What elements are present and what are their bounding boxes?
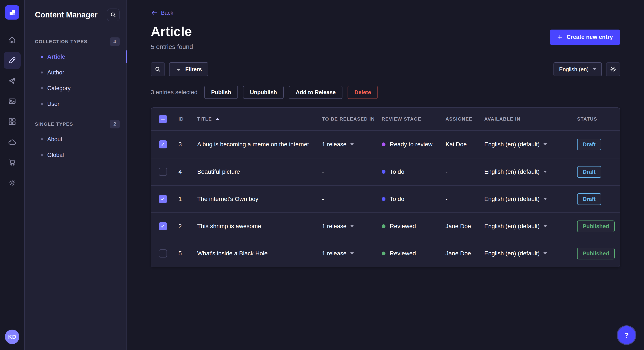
sidebar-item-author[interactable]: Author	[35, 65, 120, 80]
entries-count: 5 entries found	[151, 43, 193, 50]
locale-select[interactable]: English (en)	[554, 62, 602, 76]
strapi-logo-glyph	[8, 8, 16, 16]
table-row[interactable]: 1 The internet's Own boy - To do - Engli…	[151, 185, 620, 212]
sidebar-item-label: Article	[47, 54, 65, 60]
bullet-icon	[41, 87, 43, 89]
content-type-builder-icon[interactable]	[4, 113, 21, 130]
search-icon	[154, 66, 161, 72]
delete-button[interactable]: Delete	[348, 86, 378, 99]
strapi-logo[interactable]	[5, 5, 20, 19]
row-locale-dropdown[interactable]: English (en) (default)	[484, 169, 577, 175]
help-button[interactable]: ?	[618, 326, 636, 344]
row-checkbox[interactable]	[159, 168, 167, 176]
table-row[interactable]: 3 A bug is becoming a meme on the intern…	[151, 131, 620, 158]
select-all-checkbox[interactable]	[159, 115, 167, 123]
row-release-dropdown[interactable]: -	[322, 196, 382, 202]
row-title: What's inside a Black Hole	[197, 240, 322, 267]
table-search-button[interactable]	[151, 62, 165, 76]
stage-dot-icon	[382, 170, 386, 174]
stage-dot-icon	[382, 252, 386, 255]
main-content: Back Article 5 entries found Create new …	[127, 0, 644, 350]
row-id: 3	[178, 141, 197, 148]
sidebar-item-label: Category	[47, 85, 71, 92]
back-link[interactable]: Back	[151, 9, 173, 16]
marketplace-cart-icon[interactable]	[4, 154, 21, 171]
status-badge: Draft	[577, 166, 601, 178]
row-release-dropdown[interactable]: -	[322, 169, 382, 175]
sidebar-item-label: Author	[47, 69, 64, 76]
unpublish-button[interactable]: Unpublish	[243, 86, 284, 99]
row-title: Beautiful picture	[197, 158, 322, 185]
row-review-stage: Reviewed	[382, 250, 446, 257]
header-available-in: AVAILABLE IN	[484, 116, 577, 122]
home-icon[interactable]	[4, 31, 21, 48]
user-avatar[interactable]: KD	[5, 330, 20, 344]
section-count-badge: 2	[110, 120, 120, 128]
row-assignee: Kai Doe	[446, 141, 484, 148]
table-body: 3 A bug is becoming a meme on the intern…	[151, 131, 620, 267]
stage-label: Reviewed	[390, 223, 416, 230]
sidebar-item-category[interactable]: Category	[35, 80, 120, 96]
row-locale-dropdown[interactable]: English (en) (default)	[484, 196, 577, 202]
row-locale-dropdown[interactable]: English (en) (default)	[484, 250, 577, 257]
row-locale-label: English (en) (default)	[484, 223, 540, 230]
sidebar-item-label: About	[47, 136, 62, 143]
row-checkbox[interactable]	[159, 222, 167, 230]
row-locale-label: English (en) (default)	[484, 169, 540, 175]
page-title: Article	[151, 24, 193, 39]
stage-dot-icon	[382, 197, 386, 201]
row-review-stage: Reviewed	[382, 223, 446, 230]
view-settings-button[interactable]	[606, 62, 620, 76]
row-checkbox[interactable]	[159, 249, 167, 257]
row-release-dropdown[interactable]: 1 release	[322, 141, 382, 148]
header-review-stage: REVIEW STAGE	[382, 116, 446, 122]
nav-rail: KD	[0, 0, 25, 350]
row-title: The internet's Own boy	[197, 185, 322, 213]
sidebar-item-about[interactable]: About	[35, 131, 120, 147]
bullet-icon	[41, 56, 43, 58]
header-status: STATUS	[577, 116, 620, 122]
status-badge: Draft	[577, 193, 601, 205]
row-release-label: -	[322, 169, 324, 175]
stage-label: To do	[390, 169, 404, 175]
gear-icon	[610, 66, 616, 73]
chevron-down-icon	[544, 225, 547, 227]
row-checkbox[interactable]	[159, 195, 167, 203]
row-locale-dropdown[interactable]: English (en) (default)	[484, 141, 577, 148]
filters-button[interactable]: Filters	[169, 62, 208, 76]
content-manager-icon[interactable]	[4, 52, 21, 69]
settings-gear-icon[interactable]	[4, 174, 21, 191]
sort-ascending-icon[interactable]	[215, 118, 220, 120]
sidebar-item-global[interactable]: Global	[35, 147, 120, 163]
row-id: 4	[178, 169, 197, 175]
chevron-down-icon	[593, 68, 596, 70]
releases-icon[interactable]	[4, 72, 21, 89]
create-new-entry-button[interactable]: Create new entry	[550, 29, 620, 45]
row-release-dropdown[interactable]: 1 release	[322, 223, 382, 230]
sidebar-item-user[interactable]: User	[35, 96, 120, 112]
header-title-label: TITLE	[197, 116, 212, 122]
deploy-cloud-icon[interactable]	[4, 134, 21, 151]
chevron-down-icon	[350, 252, 354, 255]
row-release-dropdown[interactable]: 1 release	[322, 250, 382, 257]
chevron-down-icon	[350, 225, 354, 227]
sidebar-item-label: User	[47, 101, 60, 107]
section-label: COLLECTION TYPES	[35, 39, 88, 44]
table-row[interactable]: 4 Beautiful picture - To do - English (e…	[151, 158, 620, 185]
sidebar-item-article[interactable]: Article	[35, 49, 120, 65]
section-collection-types: COLLECTION TYPES 4 Article Author Catego…	[35, 36, 120, 112]
section-label: SINGLE TYPES	[35, 121, 73, 127]
row-assignee: -	[446, 169, 484, 175]
media-library-icon[interactable]	[4, 93, 21, 110]
row-review-stage: Ready to review	[382, 141, 446, 148]
table-row[interactable]: 2 This shrimp is awesome 1 release Revie…	[151, 212, 620, 240]
search-icon	[110, 12, 116, 18]
row-checkbox[interactable]	[159, 140, 167, 149]
table-row[interactable]: 5 What's inside a Black Hole 1 release R…	[151, 240, 620, 267]
sidebar-search-button[interactable]	[107, 8, 120, 21]
row-locale-dropdown[interactable]: English (en) (default)	[484, 223, 577, 230]
add-to-release-button[interactable]: Add to Release	[289, 86, 342, 99]
row-assignee: Jane Doe	[446, 223, 484, 230]
publish-button[interactable]: Publish	[204, 86, 238, 99]
stage-dot-icon	[382, 224, 386, 228]
